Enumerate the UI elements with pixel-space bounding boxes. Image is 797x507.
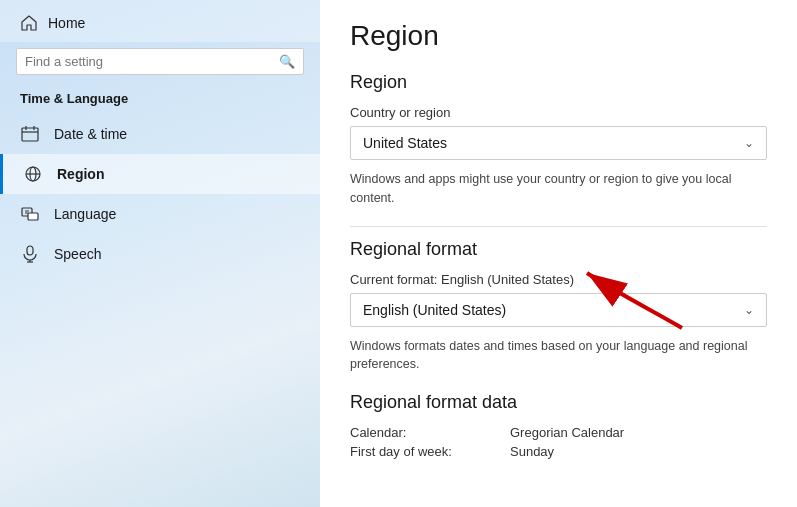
main-content: Region Region Country or region United S…	[320, 0, 797, 507]
svg-rect-8	[28, 213, 38, 220]
regional-format-section: Regional format Current format: English …	[350, 239, 767, 375]
sidebar-item-speech[interactable]: Speech	[0, 234, 320, 274]
search-box[interactable]: 🔍	[16, 48, 304, 75]
language-label: Language	[54, 206, 116, 222]
format-value: English (United States)	[363, 302, 506, 318]
region-section-title: Region	[350, 72, 767, 93]
country-value: United States	[363, 135, 447, 151]
format-dropdown-container: English (United States) ⌄	[350, 293, 767, 327]
country-chevron-icon: ⌄	[744, 136, 754, 150]
region-section: Region Country or region United States ⌄…	[350, 72, 767, 208]
date-time-label: Date & time	[54, 126, 127, 142]
sidebar-item-region[interactable]: Region	[0, 154, 320, 194]
red-arrow	[577, 263, 687, 333]
region-label: Region	[57, 166, 104, 182]
format-chevron-icon: ⌄	[744, 303, 754, 317]
first-day-key: First day of week:	[350, 444, 510, 459]
format-description: Windows formats dates and times based on…	[350, 337, 767, 375]
country-dropdown[interactable]: United States ⌄	[350, 126, 767, 160]
date-time-icon	[20, 124, 40, 144]
regional-data-title: Regional format data	[350, 392, 767, 413]
country-description: Windows and apps might use your country …	[350, 170, 767, 208]
section-divider-1	[350, 226, 767, 227]
format-dropdown[interactable]: English (United States) ⌄	[350, 293, 767, 327]
svg-rect-0	[22, 128, 38, 141]
home-icon	[20, 14, 38, 32]
search-input[interactable]	[25, 54, 273, 69]
calendar-key: Calendar:	[350, 425, 510, 440]
sidebar: Home 🔍 Time & Language Date & time Regio…	[0, 0, 320, 507]
speech-label: Speech	[54, 246, 101, 262]
calendar-value: Gregorian Calendar	[510, 425, 624, 440]
svg-rect-11	[27, 246, 33, 255]
current-format-label: Current format: English (United States)	[350, 272, 767, 287]
data-row-calendar: Calendar: Gregorian Calendar	[350, 425, 767, 440]
regional-format-title: Regional format	[350, 239, 767, 260]
sidebar-home-button[interactable]: Home	[0, 0, 320, 42]
page-title: Region	[350, 20, 767, 52]
country-label: Country or region	[350, 105, 767, 120]
speech-icon	[20, 244, 40, 264]
sidebar-section-title: Time & Language	[0, 87, 320, 114]
language-icon	[20, 204, 40, 224]
first-day-value: Sunday	[510, 444, 554, 459]
regional-data-section: Regional format data Calendar: Gregorian…	[350, 392, 767, 459]
home-label: Home	[48, 15, 85, 31]
sidebar-item-date-time[interactable]: Date & time	[0, 114, 320, 154]
search-icon: 🔍	[279, 54, 295, 69]
sidebar-item-language[interactable]: Language	[0, 194, 320, 234]
region-icon	[23, 164, 43, 184]
data-row-first-day: First day of week: Sunday	[350, 444, 767, 459]
